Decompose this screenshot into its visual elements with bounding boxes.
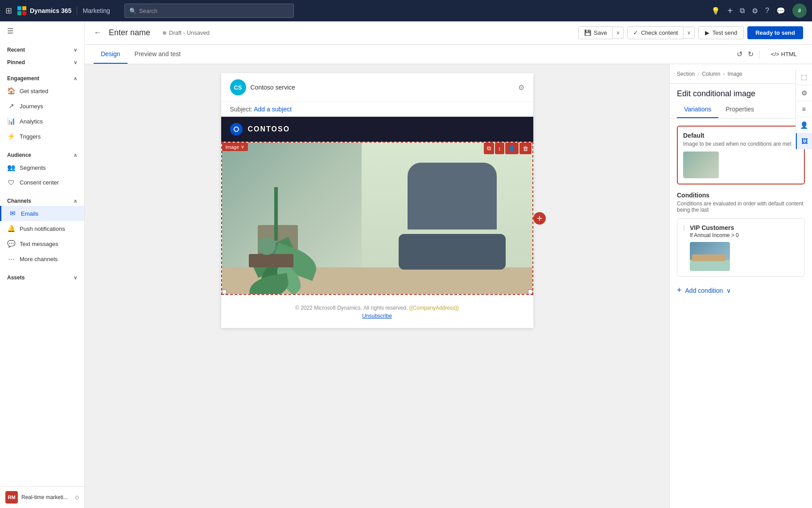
vip-thumbnail[interactable] — [690, 242, 730, 271]
edge-expand-icon[interactable]: ⬚ — [796, 69, 812, 85]
panel-title: Edit conditional image — [670, 84, 812, 102]
add-condition-arrow[interactable]: ∨ — [726, 287, 731, 294]
sidebar-item-get-started[interactable]: 🏠 Get started — [0, 83, 84, 98]
nav-divider — [77, 6, 77, 15]
sidebar-item-journeys[interactable]: ↗ Journeys — [0, 98, 84, 114]
email-image-block[interactable]: Image ∨ ⧉ ↕ 👤 🗑 — [221, 142, 533, 295]
drag-handle-icon[interactable]: ⋮⋮ — [681, 224, 693, 231]
sidebar-item-more-channels[interactable]: ⋯ More channels — [0, 251, 84, 266]
edge-settings-icon[interactable]: ⚙ — [796, 85, 812, 101]
edge-conditional-icon[interactable]: 🖼 — [796, 133, 812, 149]
check-content-dropdown-button[interactable]: ∨ — [684, 27, 695, 39]
sender-info: CS Contoso service — [230, 79, 295, 95]
edge-list-icon[interactable]: ≡ — [796, 101, 812, 117]
save-dropdown-button[interactable]: ∨ — [613, 27, 624, 39]
chair-seat — [399, 234, 506, 270]
save-button[interactable]: 💾 Save — [578, 26, 613, 39]
lightbulb-icon[interactable]: 💡 — [711, 7, 720, 15]
search-input[interactable] — [139, 8, 289, 14]
image-label-badge[interactable]: Image ∨ — [222, 143, 248, 151]
sidebar-item-push-notifications[interactable]: 🔔 Push notifications — [0, 221, 84, 236]
delete-image-button[interactable]: 🗑 — [519, 143, 532, 154]
breadcrumb-sep-2: › — [723, 71, 725, 77]
recent-header[interactable]: Recent ∨ — [0, 42, 84, 55]
add-condition-button[interactable]: + Add condition ∨ — [677, 282, 805, 299]
vip-condition-card[interactable]: ⋮⋮ VIP Customers If Annual Income > 0 — [677, 218, 805, 277]
sidebar-item-text-messages[interactable]: 💬 Text messages — [0, 236, 84, 251]
breadcrumb-sep-1: › — [697, 71, 699, 77]
image-badge-text: Image — [226, 144, 239, 150]
sidebar-item-segments[interactable]: 👥 Segments — [0, 160, 84, 175]
audience-section: Audience ∧ 👥 Segments 🛡 Consent center — [0, 146, 84, 192]
test-send-button[interactable]: ▶ Test send — [698, 26, 744, 39]
filter-icon[interactable]: ⧉ — [740, 7, 745, 15]
email-preview: CS Contoso service ⚙ Subject: Add a subj… — [221, 73, 533, 328]
tab-design[interactable]: Design — [94, 45, 128, 64]
image-block-toolbar: Image ∨ — [222, 143, 248, 151]
global-search-box[interactable]: 🔍 — [124, 4, 294, 18]
tab-variations[interactable]: Variations — [677, 102, 718, 118]
image-action-buttons: ⧉ ↕ 👤 🗑 — [484, 143, 532, 154]
sidebar-item-emails[interactable]: ✉ Emails — [0, 206, 84, 221]
move-image-button[interactable]: ↕ — [495, 143, 504, 154]
image-badge-arrow[interactable]: ∨ — [241, 144, 244, 150]
sidebar-item-analytics[interactable]: 📊 Analytics — [0, 114, 84, 129]
html-button[interactable]: </> HTML — [765, 48, 803, 60]
duplicate-image-button[interactable]: ⧉ — [484, 143, 494, 154]
channels-header[interactable]: Channels ∧ — [0, 193, 84, 206]
vip-condition-content: VIP Customers If Annual Income > 0 — [683, 224, 799, 271]
rule-field: Annual Income — [694, 232, 730, 238]
email-settings-icon[interactable]: ⚙ — [518, 83, 524, 92]
hamburger-button[interactable]: ☰ — [0, 21, 84, 41]
add-icon[interactable]: + — [727, 6, 733, 16]
audience-header[interactable]: Audience ∧ — [0, 147, 84, 160]
emails-icon: ✉ — [8, 209, 16, 217]
check-content-button[interactable]: ✓ Check content — [627, 26, 684, 39]
panel-content: Default Image to be used when no conditi… — [670, 119, 812, 508]
pinned-header[interactable]: Pinned ∨ — [0, 55, 84, 67]
status-indicator: Draft - Unsaved — [163, 29, 210, 36]
ready-to-send-button[interactable]: Ready to send — [747, 26, 803, 39]
chat-icon[interactable]: 💬 — [776, 7, 785, 15]
subject-link[interactable]: Add a subject — [254, 106, 292, 113]
org-expand-icon[interactable]: ◇ — [75, 494, 79, 500]
edge-personalize-icon[interactable]: 👤 — [796, 117, 812, 133]
stem — [274, 187, 278, 241]
email-canvas[interactable]: CS Contoso service ⚙ Subject: Add a subj… — [85, 64, 669, 508]
vip-cushion — [692, 254, 725, 261]
undo-icon[interactable]: ↺ — [737, 50, 742, 58]
more-channels-icon: ⋯ — [7, 255, 15, 263]
rule-if-label: If — [690, 232, 693, 238]
rule-op: > — [731, 232, 734, 238]
default-variation-card[interactable]: Default Image to be used when no conditi… — [677, 126, 805, 184]
page-title[interactable]: Enter name — [109, 28, 150, 37]
sidebar-item-triggers[interactable]: ⚡ Triggers — [0, 129, 84, 144]
redo-icon[interactable]: ↻ — [748, 50, 754, 58]
breadcrumb-column: Column — [702, 71, 720, 77]
recent-chevron: ∨ — [74, 47, 77, 53]
right-edge-toolbar: ⬚ ⚙ ≡ 👤 🖼 — [796, 69, 812, 149]
tab-preview[interactable]: Preview and test — [128, 45, 188, 64]
unsubscribe-link[interactable]: Unsubscribe — [230, 313, 524, 319]
back-button[interactable]: ← — [94, 28, 102, 37]
default-thumbnail[interactable] — [683, 152, 719, 178]
email-header-bar: CS Contoso service ⚙ — [221, 73, 533, 102]
resize-handle-bl[interactable] — [222, 290, 227, 294]
engagement-header[interactable]: Engagement ∧ — [0, 71, 84, 83]
settings-icon[interactable]: ⚙ — [752, 7, 758, 15]
default-thumbnail-image — [683, 152, 719, 178]
move-handle[interactable]: ✛ — [533, 212, 546, 225]
resize-handle-br[interactable] — [528, 290, 532, 294]
help-icon[interactable]: ? — [765, 7, 769, 15]
assets-header[interactable]: Assets ∨ — [0, 270, 84, 283]
footer-text: © 2022 Microsoft Dynamics. All rights re… — [295, 305, 408, 311]
email-footer: © 2022 Microsoft Dynamics. All rights re… — [221, 296, 533, 328]
user-avatar[interactable]: # — [792, 4, 807, 18]
sender-avatar: CS — [230, 79, 246, 95]
vip-condition-rule: If Annual Income > 0 — [690, 232, 799, 238]
pinned-chevron: ∨ — [74, 60, 77, 66]
personalize-image-button[interactable]: 👤 — [505, 143, 519, 154]
apps-grid-icon[interactable]: ⊞ — [5, 6, 12, 16]
tab-properties[interactable]: Properties — [718, 102, 761, 118]
sidebar-item-consent[interactable]: 🛡 Consent center — [0, 175, 84, 190]
